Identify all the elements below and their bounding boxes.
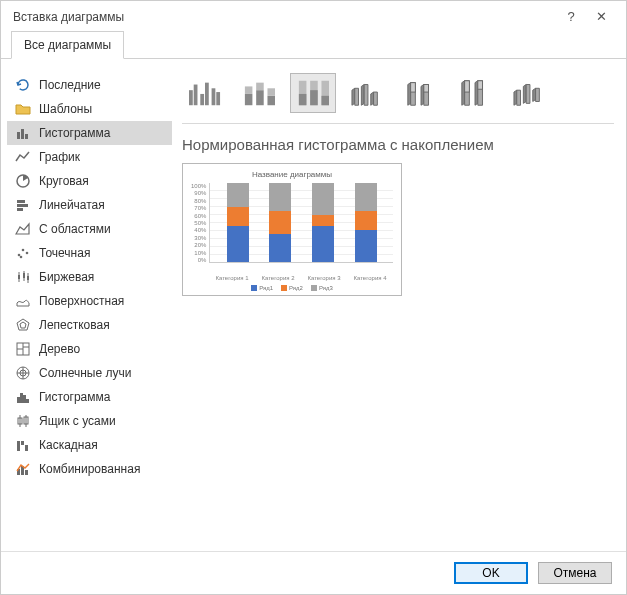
sidebar-item-label: График bbox=[39, 150, 166, 164]
ok-button[interactable]: OK bbox=[454, 562, 528, 584]
svg-rect-52 bbox=[267, 88, 275, 96]
svg-point-10 bbox=[20, 256, 23, 259]
sidebar-item-column[interactable]: Гистограмма bbox=[7, 121, 172, 145]
sidebar-item-treemap[interactable]: Дерево bbox=[7, 337, 172, 361]
combo-chart-icon bbox=[15, 461, 31, 477]
sidebar-item-area[interactable]: С областями bbox=[7, 217, 172, 241]
pie-chart-icon bbox=[15, 173, 31, 189]
svg-rect-54 bbox=[299, 94, 307, 105]
chart-preview[interactable]: Название диаграммы 100%90%80%70%60%50%40… bbox=[182, 163, 402, 296]
svg-rect-28 bbox=[20, 393, 23, 403]
svg-rect-43 bbox=[200, 94, 204, 105]
svg-rect-50 bbox=[256, 83, 264, 91]
window-title: Вставка диаграммы bbox=[13, 10, 556, 24]
x-axis-labels: Категория 1Категория 2Категория 3Категор… bbox=[191, 273, 393, 281]
box-whisker-icon bbox=[15, 413, 31, 429]
sidebar-item-templates[interactable]: Шаблоны bbox=[7, 97, 172, 121]
sidebar-item-label: Комбинированная bbox=[39, 462, 166, 476]
dialog-footer: OK Отмена bbox=[1, 551, 626, 594]
sidebar-item-stock[interactable]: Биржевая bbox=[7, 265, 172, 289]
subtype-stacked-column[interactable] bbox=[236, 73, 282, 113]
svg-rect-56 bbox=[310, 90, 318, 105]
svg-rect-46 bbox=[216, 92, 220, 105]
sidebar-item-recent[interactable]: Последние bbox=[7, 73, 172, 97]
sidebar-item-label: Поверхностная bbox=[39, 294, 166, 308]
waterfall-icon bbox=[15, 437, 31, 453]
help-button[interactable]: ? bbox=[556, 9, 586, 24]
svg-rect-27 bbox=[17, 397, 20, 403]
sidebar-item-label: Линейчатая bbox=[39, 198, 166, 212]
svg-rect-61 bbox=[465, 81, 470, 92]
svg-rect-58 bbox=[321, 96, 329, 105]
sidebar-item-label: С областями bbox=[39, 222, 166, 236]
sidebar-item-label: Каскадная bbox=[39, 438, 166, 452]
chart-category-sidebar: Последние Шаблоны Гистограмма График Кру… bbox=[7, 69, 172, 541]
svg-rect-29 bbox=[23, 395, 26, 403]
sidebar-item-label: Круговая bbox=[39, 174, 166, 188]
svg-point-7 bbox=[18, 254, 21, 257]
sidebar-item-box-whisker[interactable]: Ящик с усами bbox=[7, 409, 172, 433]
close-button[interactable]: ✕ bbox=[586, 9, 616, 24]
histogram-icon bbox=[15, 389, 31, 405]
svg-rect-45 bbox=[212, 88, 216, 105]
svg-point-9 bbox=[26, 252, 29, 255]
cancel-button[interactable]: Отмена bbox=[538, 562, 612, 584]
svg-rect-2 bbox=[25, 134, 28, 139]
sidebar-item-histogram[interactable]: Гистограмма bbox=[7, 385, 172, 409]
subtype-100-stacked-column[interactable] bbox=[290, 73, 336, 113]
sidebar-item-label: Шаблоны bbox=[39, 102, 166, 116]
sidebar-item-radar[interactable]: Лепестковая bbox=[7, 313, 172, 337]
svg-rect-14 bbox=[23, 273, 25, 278]
tab-strip: Все диаграммы bbox=[1, 30, 626, 59]
title-bar: Вставка диаграммы ? ✕ bbox=[1, 1, 626, 30]
svg-rect-30 bbox=[26, 399, 29, 403]
sidebar-item-waterfall[interactable]: Каскадная bbox=[7, 433, 172, 457]
sidebar-item-bar[interactable]: Линейчатая bbox=[7, 193, 172, 217]
svg-rect-60 bbox=[424, 85, 429, 93]
svg-rect-44 bbox=[205, 83, 209, 106]
sunburst-icon bbox=[15, 365, 31, 381]
chart-plot bbox=[209, 183, 393, 263]
folder-icon bbox=[15, 101, 31, 117]
svg-rect-59 bbox=[411, 83, 416, 92]
svg-rect-37 bbox=[25, 445, 28, 451]
y-axis-ticks: 100%90%80%70%60%50%40%30%20%10%0% bbox=[191, 183, 209, 263]
svg-rect-51 bbox=[267, 96, 275, 105]
column-chart-icon bbox=[15, 125, 31, 141]
tab-all-charts[interactable]: Все диаграммы bbox=[11, 31, 124, 59]
subtype-3d-clustered-column[interactable] bbox=[344, 73, 390, 113]
svg-marker-18 bbox=[20, 322, 26, 328]
preview-title: Название диаграммы bbox=[191, 170, 393, 179]
svg-rect-35 bbox=[17, 441, 20, 451]
main-panel: Нормированная гистограмма с накоплением … bbox=[172, 69, 614, 541]
subtype-clustered-column[interactable] bbox=[182, 73, 228, 113]
sidebar-item-label: Дерево bbox=[39, 342, 166, 356]
dialog-content: Последние Шаблоны Гистограмма График Кру… bbox=[1, 59, 626, 551]
undo-icon bbox=[15, 77, 31, 93]
sidebar-item-combo[interactable]: Комбинированная bbox=[7, 457, 172, 481]
svg-rect-62 bbox=[478, 81, 483, 89]
svg-point-8 bbox=[22, 249, 25, 252]
subtype-title: Нормированная гистограмма с накоплением bbox=[182, 136, 614, 153]
sidebar-item-sunburst[interactable]: Солнечные лучи bbox=[7, 361, 172, 385]
sidebar-item-line[interactable]: График bbox=[7, 145, 172, 169]
svg-rect-40 bbox=[25, 470, 28, 475]
subtype-3d-stacked-column[interactable] bbox=[398, 73, 444, 113]
sidebar-item-label: Последние bbox=[39, 78, 166, 92]
sidebar-item-scatter[interactable]: Точечная bbox=[7, 241, 172, 265]
sidebar-item-surface[interactable]: Поверхностная bbox=[7, 289, 172, 313]
svg-rect-48 bbox=[245, 86, 253, 94]
surface-chart-icon bbox=[15, 293, 31, 309]
subtype-3d-100-stacked-column[interactable] bbox=[452, 73, 498, 113]
sidebar-item-label: Гистограмма bbox=[39, 126, 166, 140]
svg-rect-41 bbox=[189, 90, 193, 105]
chart-plot-area: 100%90%80%70%60%50%40%30%20%10%0% bbox=[191, 183, 393, 273]
subtype-3d-column[interactable] bbox=[506, 73, 552, 113]
sidebar-item-label: Ящик с усами bbox=[39, 414, 166, 428]
svg-rect-5 bbox=[17, 204, 28, 207]
sidebar-item-pie[interactable]: Круговая bbox=[7, 169, 172, 193]
svg-rect-4 bbox=[17, 200, 25, 203]
chart-legend: Ряд1Ряд2Ряд3 bbox=[191, 285, 393, 291]
scatter-chart-icon bbox=[15, 245, 31, 261]
line-chart-icon bbox=[15, 149, 31, 165]
